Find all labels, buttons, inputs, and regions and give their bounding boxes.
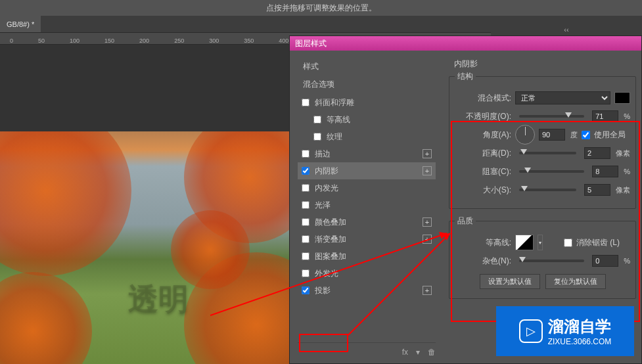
style-checkbox[interactable] — [313, 133, 321, 141]
style-label: 等高线 — [327, 114, 350, 125]
styles-list-panel: 样式 混合选项 斜面和浮雕等高线纹理描边+内阴影+内发光光泽颜色叠加+渐变叠加+… — [290, 51, 440, 363]
noise-slider[interactable] — [519, 260, 584, 262]
blend-options-row[interactable]: 混合选项 — [298, 75, 436, 94]
opacity-slider[interactable] — [519, 115, 584, 118]
style-row-0[interactable]: 斜面和浮雕 — [298, 94, 436, 111]
hint-bar: 点按并拖移可调整效果的位置。 — [0, 0, 642, 16]
shadow-color-swatch[interactable] — [614, 92, 630, 104]
plus-icon[interactable]: + — [423, 217, 432, 227]
style-checkbox[interactable] — [302, 252, 310, 260]
antialias-label: 消除锯齿 (L) — [576, 237, 620, 248]
style-row-5[interactable]: 内发光 — [298, 179, 436, 196]
canvas-area: 透明 — [0, 45, 289, 364]
angle-dial[interactable] — [515, 125, 535, 145]
global-light-label: 使用全局 — [594, 129, 626, 141]
blend-mode-select[interactable]: 正常 — [515, 91, 610, 104]
style-row-4[interactable]: 内阴影+ — [298, 162, 436, 179]
style-checkbox[interactable] — [302, 201, 310, 209]
style-row-1[interactable]: 等高线 — [298, 111, 436, 128]
style-label: 斜面和浮雕 — [315, 97, 354, 108]
distance-label: 距离(D): — [455, 148, 511, 159]
style-label: 描边 — [315, 148, 331, 160]
noise-input[interactable] — [592, 255, 618, 267]
panel-title: 内阴影 — [449, 58, 636, 70]
style-row-10[interactable]: 外发光 — [298, 265, 436, 282]
contour-dropdown-icon[interactable]: ▾ — [538, 235, 543, 250]
choke-label: 阻塞(C): — [455, 166, 511, 177]
fx-icon[interactable]: fx — [402, 348, 408, 357]
noise-label: 杂色(N): — [455, 256, 511, 267]
style-checkbox[interactable] — [302, 218, 310, 226]
style-checkbox[interactable] — [302, 286, 310, 294]
style-row-8[interactable]: 渐变叠加+ — [298, 231, 436, 248]
style-row-6[interactable]: 光泽 — [298, 196, 436, 214]
style-row-11[interactable]: 投影+ — [298, 282, 436, 299]
quality-group: 品质 等高线: ▾ 消除锯齿 (L) 杂色(N): % 设置为默认值 — [449, 216, 636, 299]
style-label: 外发光 — [315, 268, 338, 279]
opacity-input[interactable] — [592, 110, 618, 122]
arrow-icon[interactable]: ▾ — [416, 348, 420, 357]
contour-label: 等高线: — [455, 237, 511, 248]
watermark: ▷ 溜溜自学 ZIXUE.3066.COM — [496, 306, 634, 356]
contour-picker[interactable] — [515, 235, 534, 250]
set-default-button[interactable]: 设置为默认值 — [480, 274, 540, 289]
plus-icon[interactable]: + — [423, 149, 432, 158]
size-input[interactable] — [584, 184, 610, 196]
style-label: 投影 — [315, 285, 331, 296]
style-label: 纹理 — [327, 131, 342, 143]
plus-icon[interactable]: + — [423, 286, 432, 295]
document-tab[interactable]: GB/8#) * — [0, 16, 41, 32]
style-checkbox[interactable] — [302, 269, 310, 277]
plus-icon[interactable]: + — [423, 235, 432, 244]
distance-slider[interactable] — [519, 152, 576, 154]
watermark-play-icon: ▷ — [519, 319, 543, 343]
choke-slider[interactable] — [519, 170, 584, 173]
dialog-titlebar[interactable]: 图层样式 — [290, 36, 641, 51]
style-label: 光泽 — [315, 200, 331, 211]
opacity-label: 不透明度(O): — [455, 111, 511, 122]
style-label: 图案叠加 — [315, 251, 346, 262]
panel-collapse-stub[interactable]: ‹‹ — [491, 24, 642, 35]
style-label: 内阴影 — [315, 166, 338, 177]
style-label: 渐变叠加 — [315, 234, 346, 245]
style-row-7[interactable]: 颜色叠加+ — [298, 214, 436, 231]
style-checkbox[interactable] — [302, 167, 310, 175]
trash-icon[interactable]: 🗑 — [428, 348, 436, 357]
plus-icon[interactable]: + — [423, 166, 432, 175]
blend-mode-label: 混合模式: — [455, 93, 511, 104]
style-row-9[interactable]: 图案叠加 — [298, 248, 436, 265]
global-light-checkbox[interactable] — [582, 131, 590, 139]
style-row-2[interactable]: 纹理 — [298, 128, 436, 145]
distance-input[interactable] — [584, 147, 610, 159]
style-checkbox[interactable] — [302, 99, 310, 106]
angle-input[interactable] — [539, 129, 565, 141]
style-checkbox[interactable] — [302, 150, 310, 158]
style-checkbox[interactable] — [302, 235, 310, 243]
antialias-checkbox[interactable] — [564, 239, 572, 247]
size-label: 大小(S): — [455, 185, 511, 196]
style-row-3[interactable]: 描边+ — [298, 145, 436, 162]
style-label: 内发光 — [315, 183, 338, 194]
structure-group: 结构 混合模式: 正常 不透明度(O): % 角度(A): — [449, 71, 636, 209]
style-checkbox[interactable] — [302, 184, 310, 192]
angle-label: 角度(A): — [455, 129, 511, 141]
styles-footer: fx ▾ 🗑 — [298, 342, 436, 358]
image-canvas[interactable]: 透明 — [0, 131, 289, 364]
size-slider[interactable] — [519, 189, 576, 191]
style-label: 颜色叠加 — [315, 217, 346, 228]
hint-text: 点按并拖移可调整效果的位置。 — [266, 3, 377, 14]
styles-header: 样式 — [298, 58, 436, 75]
canvas-text-layer[interactable]: 透明 — [128, 279, 189, 320]
style-checkbox[interactable] — [313, 116, 321, 124]
choke-input[interactable] — [592, 166, 618, 177]
reset-default-button[interactable]: 复位为默认值 — [545, 274, 606, 289]
